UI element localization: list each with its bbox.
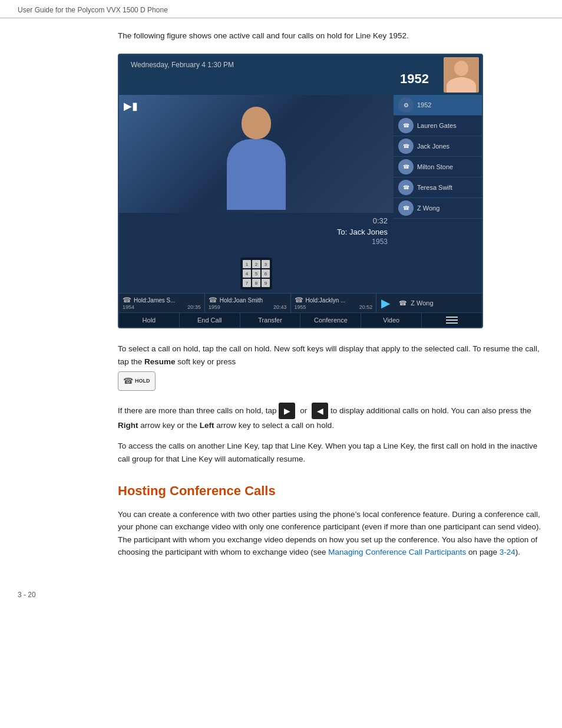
side-contact-teresa-swift[interactable]: ☎ Teresa Swift [394, 177, 482, 198]
menu-lines-icon [446, 317, 458, 324]
page-content: The following figure shows one active ca… [0, 18, 562, 585]
softkey-video[interactable]: Video [361, 313, 422, 327]
person-silhouette [221, 107, 292, 213]
hold-button-image: ☎ HOLD [118, 371, 156, 390]
page-header: User Guide for the Polycom VVX 1500 D Ph… [0, 0, 562, 18]
managing-conf-link[interactable]: Managing Conference Call Participants [328, 548, 466, 556]
hold-name-joan: Hold:Joan Smith [220, 297, 263, 304]
contact-label-lauren: Lauren Gates [417, 122, 457, 129]
phone-datetime: Wednesday, February 4 1:30 PM [131, 61, 234, 69]
phone-video-area: ▶▮ 0:32 To: Jack Jones 1953 [119, 95, 394, 293]
avatar-lauren: ☎ [398, 118, 414, 133]
hold-name-jacklyn: Hold:Jacklyn ... [306, 297, 346, 304]
zwong-label: Z Wong [411, 299, 433, 307]
avatar-teresa: ☎ [398, 180, 414, 195]
menu-line-2 [446, 319, 458, 321]
body-para1: To select a call on hold, tap the call o… [118, 342, 544, 394]
section-content: You can create a conference with two oth… [118, 508, 544, 559]
zwong-hold-strip[interactable]: ☎ Z Wong [394, 294, 482, 312]
call-info-right: 0:32 To: Jack Jones 1953 [337, 216, 388, 246]
photo-body [447, 77, 476, 93]
call-to: To: Jack Jones [337, 228, 388, 236]
side-contact-1952[interactable]: ⚙ 1952 [394, 95, 482, 116]
contact-label-1952: 1952 [417, 101, 431, 108]
side-contact-lauren-gates[interactable]: ☎ Lauren Gates [394, 116, 482, 136]
header-title: User Guide for the Polycom VVX 1500 D Ph… [18, 6, 168, 14]
keypad-area: 1 2 3 4 5 6 7 8 9 [125, 258, 388, 289]
hold-calls-strip: ☎ Hold:James S... 1954 20:35 ☎ Hold:Joan… [119, 293, 482, 312]
person-head [242, 107, 271, 139]
side-contact-z-wong[interactable]: ☎ Z Wong [394, 198, 482, 219]
contact-label-zwong: Z Wong [417, 205, 439, 212]
hold-call-joan[interactable]: ☎ Hold:Joan Smith 1959 20:43 [205, 294, 291, 312]
hold-name-james: Hold:James S... [134, 297, 176, 304]
phone-softkeys: Hold End Call Transfer Conference Video [119, 312, 482, 327]
hold-icon-1: ☎ [123, 296, 131, 304]
softkey-transfer[interactable]: Transfer [240, 313, 301, 327]
back-arrow-button: ◀ [312, 403, 328, 419]
key-1[interactable]: 1 [243, 260, 251, 268]
hold-button-icon: ☎ [123, 374, 133, 387]
hold-icon-2: ☎ [209, 296, 217, 304]
side-contact-milton-stone[interactable]: ☎ Milton Stone [394, 157, 482, 177]
contact-label-teresa: Teresa Swift [417, 184, 452, 191]
page-footer: 3 - 20 [0, 585, 562, 605]
menu-line-1 [446, 317, 458, 318]
key-8[interactable]: 8 [252, 279, 260, 287]
menu-line-3 [446, 322, 458, 324]
hold-info-james: 1954 20:35 [123, 304, 201, 310]
key-6[interactable]: 6 [262, 269, 270, 278]
hold-button-label: HOLD [135, 377, 150, 385]
key-7[interactable]: 7 [243, 279, 251, 287]
phone-line-number: 1952 [125, 71, 435, 89]
zwong-phone-icon: ☎ [399, 299, 407, 307]
phone-header: Wednesday, February 4 1:30 PM 1952 [119, 55, 482, 95]
key-3[interactable]: 3 [262, 260, 270, 268]
photo-head [454, 61, 468, 76]
key-2[interactable]: 2 [252, 260, 260, 268]
key-5[interactable]: 5 [252, 269, 260, 278]
phone-main-area: ▶▮ 0:32 To: Jack Jones 1953 [119, 95, 482, 293]
person-body [227, 139, 286, 210]
side-contact-jack-jones[interactable]: ☎ Jack Jones [394, 136, 482, 157]
avatar-jack: ☎ [398, 139, 414, 154]
key-4[interactable]: 4 [243, 269, 251, 278]
forward-arrow-button: ▶ [279, 403, 295, 419]
phone-screenshot: Wednesday, February 4 1:30 PM 1952 [118, 54, 483, 328]
page-link-3-24[interactable]: 3-24 [500, 548, 515, 556]
softkey-end-call[interactable]: End Call [180, 313, 240, 327]
softkey-menu[interactable] [422, 313, 482, 327]
hold-call-james[interactable]: ☎ Hold:James S... 1954 20:35 [119, 294, 205, 312]
body-para3: To access the calls on another Line Key,… [118, 440, 544, 465]
phone-header-right [441, 55, 482, 95]
page-number: 3 - 20 [18, 591, 36, 599]
avatar-milton: ☎ [398, 159, 414, 174]
call-extension: 1953 [337, 238, 388, 246]
hold-info-jacklyn: 1955 20:52 [295, 304, 373, 310]
contact-label-milton: Milton Stone [417, 163, 453, 170]
nav-buttons: ▶ or ◀ [279, 403, 328, 419]
section-heading: Hosting Conference Calls [118, 483, 544, 499]
avatar-zwong: ☎ [398, 200, 414, 216]
call-timer: 0:32 [337, 216, 388, 225]
hold-info-joan: 1959 20:43 [209, 304, 287, 310]
camera-icon: ▶▮ [124, 100, 138, 113]
contact-label-jack: Jack Jones [417, 143, 449, 150]
contact-photo [444, 57, 479, 93]
hold-icon-3: ☎ [295, 296, 303, 304]
softkey-conference[interactable]: Conference [300, 313, 361, 327]
phone-side-panel: ⚙ 1952 ☎ Lauren Gates ☎ Jack Jones ☎ M [394, 95, 482, 293]
body-para2: If there are more than three calls on ho… [118, 403, 544, 432]
phone-datetime-bar: Wednesday, February 4 1:30 PM [125, 58, 435, 71]
intro-paragraph: The following figure shows one active ca… [118, 30, 544, 42]
key-9[interactable]: 9 [262, 279, 270, 287]
softkey-hold[interactable]: Hold [119, 313, 180, 327]
call-info-panel: 0:32 To: Jack Jones 1953 1 2 3 4 5 [119, 213, 394, 293]
next-arrow-button[interactable]: ▶ [376, 294, 394, 312]
avatar-1952: ⚙ [398, 97, 414, 113]
phone-header-left: Wednesday, February 4 1:30 PM 1952 [119, 55, 441, 95]
hold-call-jacklyn[interactable]: ☎ Hold:Jacklyn ... 1955 20:52 [291, 294, 377, 312]
keypad-grid: 1 2 3 4 5 6 7 8 9 [240, 258, 272, 289]
video-feed: ▶▮ [119, 95, 394, 213]
